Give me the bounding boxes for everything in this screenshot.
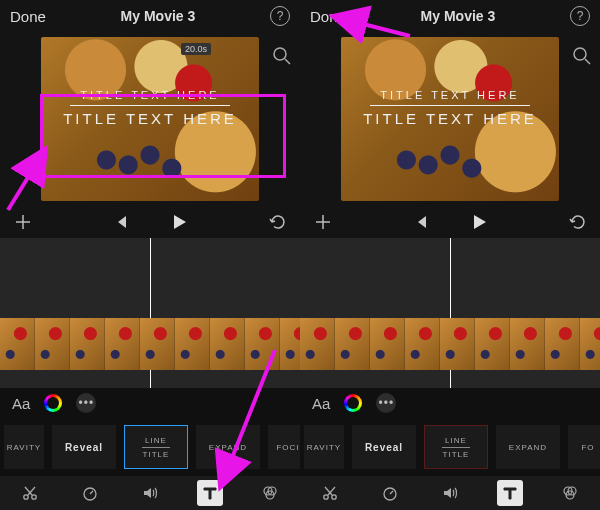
- done-button[interactable]: Done: [10, 8, 46, 25]
- title-overlay[interactable]: TITLE TEXT HERE TITLE TEXT HERE: [41, 89, 259, 127]
- style-gravity[interactable]: RAVITY: [4, 425, 44, 469]
- play-icon[interactable]: [468, 211, 490, 233]
- style-gravity[interactable]: RAVITY: [304, 425, 344, 469]
- style-expand[interactable]: EXPAND: [196, 425, 260, 469]
- style-focus[interactable]: FOCI: [268, 425, 300, 469]
- title-line2: TITLE TEXT HERE: [363, 110, 537, 127]
- transport-row: [300, 206, 600, 238]
- zoom-icon[interactable]: [270, 44, 294, 68]
- project-title: My Movie 3: [121, 8, 196, 24]
- svg-line-9: [585, 59, 590, 64]
- undo-icon[interactable]: [566, 211, 588, 233]
- svg-point-8: [574, 48, 586, 60]
- titles-icon[interactable]: [497, 480, 523, 506]
- transport-row: [0, 206, 300, 238]
- timeline[interactable]: [0, 238, 300, 388]
- color-picker-icon[interactable]: [44, 394, 62, 412]
- clip-strip[interactable]: [300, 318, 600, 370]
- more-icon[interactable]: •••: [76, 393, 96, 413]
- tool-strip: Aa •••: [300, 388, 600, 418]
- editor-screen-right: Done My Movie 3 ? TITLE TEXT HERE TITLE …: [300, 0, 600, 510]
- preview-area: 20.0s TITLE TEXT HERE TITLE TEXT HERE: [0, 32, 300, 206]
- title-rule: [70, 105, 230, 106]
- duration-badge: 20.0s: [181, 43, 211, 55]
- preview-area: TITLE TEXT HERE TITLE TEXT HERE: [300, 32, 600, 206]
- title-line2: TITLE TEXT HERE: [63, 110, 237, 127]
- cut-icon[interactable]: [17, 480, 43, 506]
- svg-point-0: [274, 48, 286, 60]
- play-icon[interactable]: [168, 211, 190, 233]
- titles-icon[interactable]: [197, 480, 223, 506]
- skip-start-icon[interactable]: [110, 211, 132, 233]
- help-icon[interactable]: ?: [570, 6, 590, 26]
- volume-icon[interactable]: [137, 480, 163, 506]
- cut-icon[interactable]: [317, 480, 343, 506]
- header: Done My Movie 3 ?: [300, 0, 600, 32]
- color-picker-icon[interactable]: [344, 394, 362, 412]
- style-focus[interactable]: FO: [568, 425, 600, 469]
- title-styles-row[interactable]: RAVITY Reveal LINETITLE EXPAND FO: [300, 418, 600, 476]
- header: Done My Movie 3 ?: [0, 0, 300, 32]
- title-rule: [370, 105, 530, 106]
- done-button[interactable]: Done: [310, 8, 346, 25]
- editor-screen-left: Done My Movie 3 ? 20.0s TITLE TEXT HERE …: [0, 0, 300, 510]
- title-overlay[interactable]: TITLE TEXT HERE TITLE TEXT HERE: [341, 89, 559, 127]
- style-reveal[interactable]: Reveal: [52, 425, 116, 469]
- svg-line-1: [285, 59, 290, 64]
- more-icon[interactable]: •••: [376, 393, 396, 413]
- svg-point-3: [32, 495, 36, 499]
- timeline[interactable]: [300, 238, 600, 388]
- volume-icon[interactable]: [437, 480, 463, 506]
- style-line-title[interactable]: LINETITLE: [424, 425, 488, 469]
- bottom-bar: [0, 476, 300, 510]
- bottom-bar: [300, 476, 600, 510]
- style-line-title[interactable]: LINETITLE: [124, 425, 188, 469]
- skip-start-icon[interactable]: [410, 211, 432, 233]
- svg-point-2: [24, 495, 28, 499]
- title-line1: TITLE TEXT HERE: [80, 89, 219, 101]
- help-icon[interactable]: ?: [270, 6, 290, 26]
- add-icon[interactable]: [312, 211, 334, 233]
- undo-icon[interactable]: [266, 211, 288, 233]
- title-styles-row[interactable]: RAVITY Reveal LINETITLE EXPAND FOCI: [0, 418, 300, 476]
- svg-point-10: [324, 495, 328, 499]
- style-reveal[interactable]: Reveal: [352, 425, 416, 469]
- zoom-icon[interactable]: [570, 44, 594, 68]
- font-button[interactable]: Aa: [12, 395, 30, 412]
- clip-thumb: [0, 318, 35, 370]
- video-preview[interactable]: 20.0s TITLE TEXT HERE TITLE TEXT HERE: [41, 37, 259, 201]
- add-icon[interactable]: [12, 211, 34, 233]
- speed-icon[interactable]: [377, 480, 403, 506]
- svg-point-11: [332, 495, 336, 499]
- filters-icon[interactable]: [257, 480, 283, 506]
- tool-strip: Aa •••: [0, 388, 300, 418]
- font-button[interactable]: Aa: [312, 395, 330, 412]
- clip-strip[interactable]: [0, 318, 300, 370]
- project-title: My Movie 3: [421, 8, 496, 24]
- video-preview[interactable]: TITLE TEXT HERE TITLE TEXT HERE: [341, 37, 559, 201]
- filters-icon[interactable]: [557, 480, 583, 506]
- style-expand[interactable]: EXPAND: [496, 425, 560, 469]
- speed-icon[interactable]: [77, 480, 103, 506]
- title-line1: TITLE TEXT HERE: [380, 89, 519, 101]
